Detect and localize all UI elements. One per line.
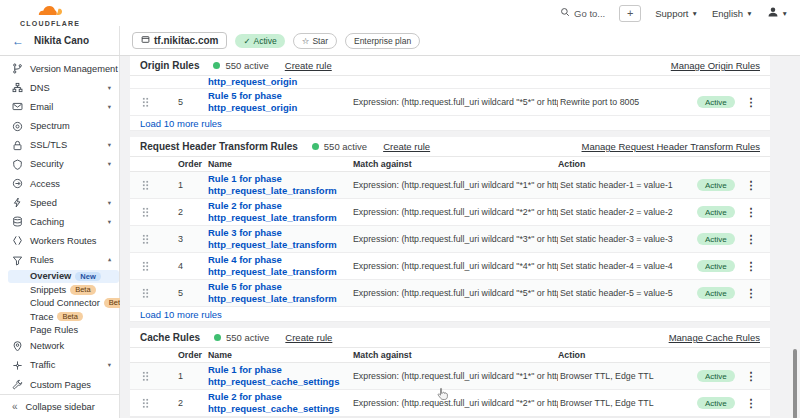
mouse-cursor (436, 387, 448, 401)
sidebar-item-rules[interactable]: Rules ▾ (0, 251, 119, 270)
create-rule-link[interactable]: Create rule (285, 332, 332, 343)
sidebar-item-caching[interactable]: Caching ▾ (0, 212, 119, 231)
drag-handle-icon[interactable] (142, 261, 149, 271)
rule-name-link[interactable]: Rule 1 for phasehttp_request_late_transf… (208, 173, 353, 197)
kebab-menu-icon[interactable]: ⋮ (743, 397, 759, 410)
manage-origin-rules-link[interactable]: Manage Origin Rules (671, 60, 760, 71)
rule-name-link[interactable]: Rule 1 for phasehttp_request_cache_setti… (208, 364, 353, 388)
chevron-down-icon: ▾ (108, 103, 111, 111)
kebab-menu-icon[interactable]: ⋮ (743, 206, 759, 219)
create-rule-link[interactable]: Create rule (285, 60, 332, 71)
zone-header: tf.nikitac.com ✓ Active ☆ Star Enterpris… (120, 26, 800, 55)
collapse-icon: « (12, 401, 18, 412)
spectrum-icon (12, 120, 24, 132)
language-menu[interactable]: English ▼ (712, 8, 753, 19)
active-dot-icon (213, 62, 220, 69)
column-order: Order (178, 159, 208, 169)
drag-handle-icon[interactable] (142, 97, 149, 107)
drag-handle-icon[interactable] (142, 288, 149, 298)
collapse-sidebar-button[interactable]: « Collapse sidebar (0, 394, 119, 418)
kebab-menu-icon[interactable]: ⋮ (743, 260, 759, 273)
kebab-menu-icon[interactable]: ⋮ (743, 96, 759, 109)
rule-name-link[interactable]: Rule 4 for phasehttp_request_late_transf… (208, 254, 353, 278)
sidebar-item-rules-page-rules[interactable]: Page Rules (0, 323, 119, 336)
status-badge: Active (697, 287, 735, 299)
rule-name-link[interactable]: Rule 2 for phasehttp_request_cache_setti… (208, 391, 353, 415)
rule-action: Rewrite port to 8005 (558, 97, 697, 107)
sidebar-item-access[interactable]: Access (0, 174, 119, 193)
load-more-rules-link[interactable]: Load 10 more rules (130, 307, 770, 322)
kebab-menu-icon[interactable]: ⋮ (743, 179, 759, 192)
active-count: 550 active (226, 332, 269, 343)
user-menu[interactable]: ▼ (767, 6, 788, 20)
active-count: 550 active (225, 60, 268, 71)
site-icon (141, 35, 150, 46)
table-row: 3 Rule 3 for phasehttp_request_late_tran… (130, 226, 770, 253)
active-count: 550 active (324, 141, 367, 152)
sidebar-item-rules-overview[interactable]: Overview New (8, 270, 119, 283)
rule-name-link[interactable]: http_request_origin (208, 76, 353, 88)
zone-selector[interactable]: tf.nikitac.com (132, 32, 227, 49)
search-icon (560, 7, 570, 19)
manage-cache-rules-link[interactable]: Manage Cache Rules (669, 332, 760, 343)
sidebar-item-security[interactable]: Security ▾ (0, 155, 119, 174)
sidebar-item-workers-routes[interactable]: Workers Routes (0, 231, 119, 250)
rule-expression: Expression: (http.request.full_uri wildc… (353, 97, 558, 107)
drag-handle-icon[interactable] (142, 207, 149, 217)
chevron-down-icon: ▾ (108, 199, 111, 207)
sidebar-item-rules-trace[interactable]: Trace Beta (0, 310, 119, 323)
column-order: Order (178, 350, 208, 360)
sidebar-item-custom-pages[interactable]: Custom Pages (0, 375, 119, 394)
sidebar-item-email[interactable]: Email ▾ (0, 97, 119, 116)
workers-icon (12, 235, 24, 247)
cloudflare-logo[interactable]: CLOUDFLARE (20, 3, 80, 27)
status-badge: Active (697, 260, 735, 272)
table-column-headers: Order Name Match against Action (130, 348, 770, 363)
support-menu[interactable]: Support ▼ (655, 8, 698, 19)
traffic-icon (12, 359, 24, 371)
sidebar-item-rules-cloud-connector[interactable]: Cloud Connector Beta (0, 297, 119, 310)
transform-rules-section: Request Header Transform Rules 550 activ… (130, 137, 770, 322)
sidebar-item-spectrum[interactable]: Spectrum (0, 116, 119, 135)
beta-badge: Beta (70, 285, 95, 295)
check-icon: ✓ (243, 36, 250, 46)
transform-rules-header: Request Header Transform Rules 550 activ… (130, 137, 770, 157)
rule-name-link[interactable]: Rule 5 for phasehttp_request_late_transf… (208, 281, 353, 305)
lock-icon (12, 139, 24, 151)
rule-name-link[interactable]: Rule 3 for phasehttp_request_late_transf… (208, 227, 353, 251)
main-content: Origin Rules 550 active Create rule Mana… (120, 56, 800, 418)
drag-handle-icon[interactable] (142, 234, 149, 244)
sidebar-item-traffic[interactable]: Traffic ▾ (0, 356, 119, 375)
manage-transform-rules-link[interactable]: Manage Request Header Transform Rules (582, 141, 760, 152)
sidebar-item-speed[interactable]: Speed ▾ (0, 193, 119, 212)
sidebar-item-ssl-tls[interactable]: SSL/TLS ▾ (0, 136, 119, 155)
table-row: 2 Rule 2 for phasehttp_request_cache_set… (130, 390, 770, 417)
status-badge: Active (697, 206, 735, 218)
rule-name-link[interactable]: Rule 5 for phase http_request_origin (208, 90, 353, 114)
star-button[interactable]: ☆ Star (293, 33, 337, 49)
back-arrow-icon[interactable]: ← (12, 34, 24, 48)
shield-icon (12, 158, 24, 170)
chevron-down-icon: ▼ (692, 10, 698, 17)
active-dot-icon (312, 143, 319, 150)
access-icon (12, 178, 24, 190)
kebab-menu-icon[interactable]: ⋮ (743, 370, 759, 383)
kebab-menu-icon[interactable]: ⋮ (743, 287, 759, 300)
drag-handle-icon[interactable] (142, 371, 149, 381)
goto-search[interactable]: Go to... (560, 7, 605, 19)
sidebar-item-network[interactable]: Network (0, 337, 119, 356)
scrollbar-thumb[interactable] (793, 349, 797, 418)
drag-handle-icon[interactable] (142, 398, 149, 408)
load-more-rules-link[interactable]: Load 10 more rules (130, 116, 770, 131)
rule-name-link[interactable]: Rule 2 for phasehttp_request_late_transf… (208, 200, 353, 224)
top-bar-actions: Go to... + Support ▼ English ▼ ▼ (560, 5, 788, 22)
sidebar-item-dns[interactable]: DNS ▾ (0, 78, 119, 97)
drag-handle-icon[interactable] (142, 180, 149, 190)
kebab-menu-icon[interactable]: ⋮ (743, 233, 759, 246)
create-rule-link[interactable]: Create rule (383, 141, 430, 152)
origin-rules-section: Origin Rules 550 active Create rule Mana… (130, 56, 770, 131)
sidebar-item-version-management[interactable]: Version Management (0, 59, 119, 78)
zone-status-badge: ✓ Active (235, 34, 284, 48)
add-button[interactable]: + (619, 5, 641, 22)
sidebar-item-rules-snippets[interactable]: Snippets Beta (0, 283, 119, 296)
